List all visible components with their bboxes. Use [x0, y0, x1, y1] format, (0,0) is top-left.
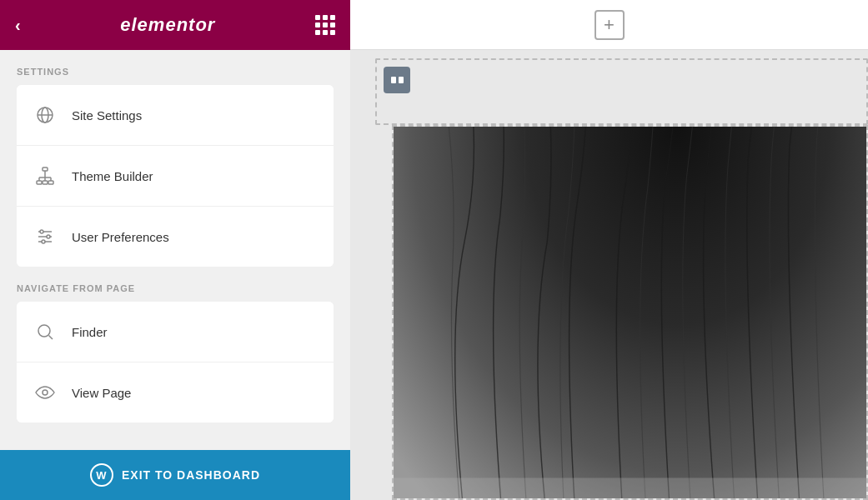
user-preferences-item[interactable]: User Preferences [17, 207, 334, 267]
site-settings-label: Site Settings [72, 108, 142, 122]
panel-body: SETTINGS Site Settings [0, 50, 350, 450]
canvas-image-area [392, 125, 868, 500]
handle-grid-icon [391, 77, 404, 83]
svg-point-20 [43, 390, 48, 395]
navigate-section-label: NAVIGATE FROM PAGE [17, 283, 334, 293]
right-panel: + [350, 0, 868, 500]
svg-rect-3 [43, 168, 48, 171]
user-preferences-label: User Preferences [72, 230, 169, 244]
svg-rect-6 [48, 181, 53, 184]
app-title: elementor [120, 14, 215, 36]
exit-button-label: EXIT TO DASHBOARD [122, 468, 260, 482]
hierarchy-icon [30, 161, 60, 191]
theme-builder-label: Theme Builder [72, 169, 153, 183]
svg-rect-5 [43, 181, 48, 184]
section-handle[interactable] [384, 67, 410, 93]
header: ‹ elementor [0, 0, 350, 50]
view-page-item[interactable]: View Page [17, 362, 334, 422]
site-settings-item[interactable]: Site Settings [17, 85, 334, 146]
svg-point-15 [40, 230, 43, 233]
eye-icon [30, 378, 60, 408]
grid-menu-button[interactable] [315, 15, 335, 35]
left-panel: ‹ elementor SETTINGS [0, 0, 350, 500]
svg-point-17 [42, 240, 45, 243]
wordpress-logo: W [90, 463, 113, 487]
svg-point-18 [38, 325, 50, 337]
exit-to-dashboard-button[interactable]: W EXIT TO DASHBOARD [0, 450, 350, 500]
svg-point-16 [47, 235, 50, 238]
navigate-menu-card: Finder View Page [17, 302, 334, 422]
finder-item[interactable]: Finder [17, 302, 334, 362]
dashed-section-border [375, 58, 868, 125]
canvas-top-bar: + [350, 0, 868, 50]
svg-line-19 [49, 336, 53, 340]
canvas-photo [394, 127, 866, 498]
svg-rect-22 [394, 478, 866, 498]
sliders-icon [30, 222, 60, 252]
back-button[interactable]: ‹ [15, 16, 21, 35]
canvas-inner [375, 58, 868, 500]
add-section-button[interactable]: + [595, 10, 625, 40]
search-icon [30, 317, 60, 347]
theme-builder-item[interactable]: Theme Builder [17, 146, 334, 207]
svg-rect-4 [37, 181, 42, 184]
view-page-label: View Page [72, 386, 131, 400]
settings-section-label: SETTINGS [17, 67, 334, 77]
finder-label: Finder [72, 325, 108, 339]
globe-icon [30, 100, 60, 130]
settings-menu-card: Site Settings [17, 85, 334, 267]
add-icon: + [604, 14, 615, 36]
canvas-area [350, 50, 868, 500]
